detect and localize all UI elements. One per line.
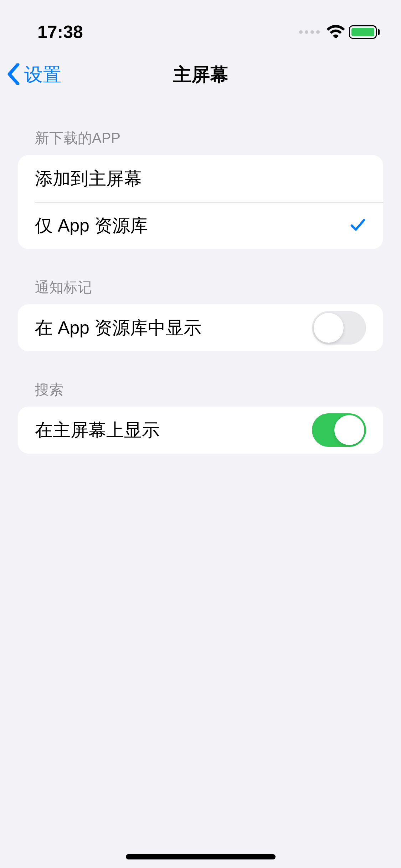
wifi-icon [327, 25, 345, 40]
group-new-downloads: 添加到主屏幕 仅 App 资源库 [18, 155, 383, 249]
section-new-downloads: 新下载的APP 添加到主屏幕 仅 App 资源库 [0, 128, 401, 249]
back-button[interactable]: 设置 [7, 62, 61, 87]
option-app-library-only[interactable]: 仅 App 资源库 [18, 202, 383, 249]
status-time: 17:38 [37, 22, 83, 42]
toggle-knob [334, 415, 364, 445]
option-label: 添加到主屏幕 [35, 167, 142, 191]
chevron-left-icon [7, 63, 20, 86]
status-bar: 17:38 [0, 0, 401, 50]
battery-icon [349, 25, 380, 39]
toggle-show-on-home[interactable] [312, 413, 366, 447]
row-show-on-home: 在主屏幕上显示 [18, 407, 383, 454]
nav-bar: 设置 主屏幕 [0, 50, 401, 100]
row-label: 在 App 资源库中显示 [35, 316, 201, 340]
section-header-search: 搜索 [18, 380, 383, 407]
toggle-knob [314, 313, 344, 343]
checkmark-icon [350, 217, 366, 234]
row-show-in-library: 在 App 资源库中显示 [18, 304, 383, 351]
group-search: 在主屏幕上显示 [18, 407, 383, 454]
cellular-dots-icon [299, 30, 320, 34]
section-header-badges: 通知标记 [18, 278, 383, 304]
section-search: 搜索 在主屏幕上显示 [0, 380, 401, 454]
section-header-new-downloads: 新下载的APP [18, 128, 383, 155]
group-badges: 在 App 资源库中显示 [18, 304, 383, 351]
row-label: 在主屏幕上显示 [35, 418, 160, 442]
home-indicator[interactable] [126, 854, 276, 859]
back-label: 设置 [24, 62, 61, 87]
toggle-show-in-library[interactable] [312, 311, 366, 345]
option-label: 仅 App 资源库 [35, 214, 148, 238]
status-indicators [299, 25, 380, 40]
section-badges: 通知标记 在 App 资源库中显示 [0, 278, 401, 351]
option-add-to-home[interactable]: 添加到主屏幕 [18, 155, 383, 202]
